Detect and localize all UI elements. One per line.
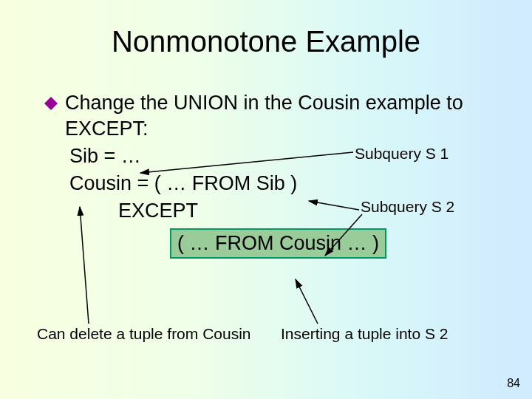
boxed-row: ( … FROM Cousin … )	[44, 228, 488, 259]
svg-line-4	[296, 279, 318, 324]
caption-insert: Inserting a tuple into S 2	[281, 325, 448, 343]
bullet-row: Change the UNION in the Cousin example t…	[44, 90, 488, 142]
content-block: Change the UNION in the Cousin example t…	[44, 90, 488, 259]
diamond-bullet-icon	[44, 90, 58, 103]
bullet-text: Change the UNION in the Cousin example t…	[65, 90, 488, 142]
code-line-cousin: Cousin = ( … FROM Sib )	[44, 171, 488, 197]
slide: Nonmonotone Example Change the UNION in …	[0, 0, 532, 399]
label-subquery-s1: Subquery S 1	[355, 145, 449, 163]
page-number: 84	[507, 377, 520, 390]
slide-title: Nonmonotone Example	[0, 25, 532, 58]
boxed-subquery: ( … FROM Cousin … )	[170, 228, 386, 259]
caption-delete: Can delete a tuple from Cousin	[37, 325, 251, 343]
label-subquery-s2: Subquery S 2	[361, 198, 454, 216]
